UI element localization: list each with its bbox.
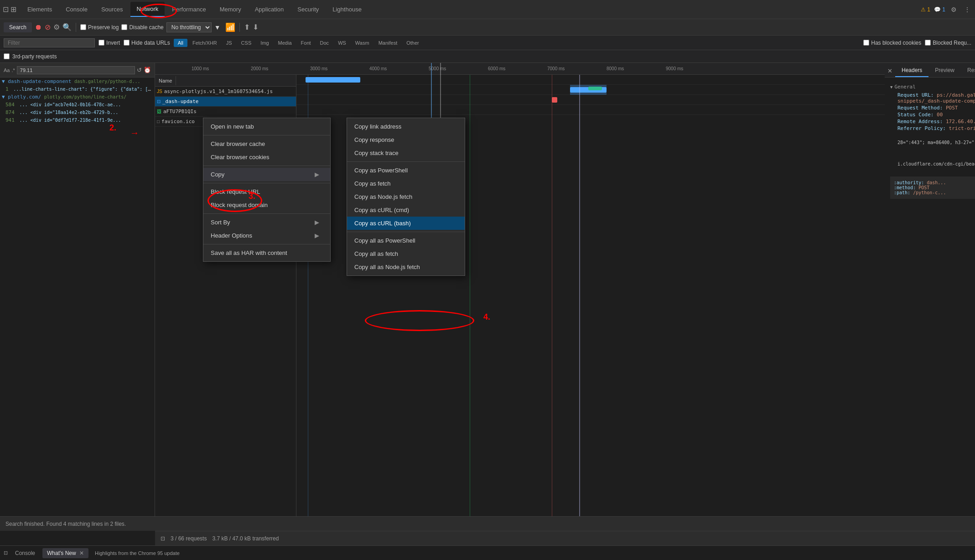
ctx-block-url[interactable]: Block request URL: [203, 185, 330, 198]
tree-item-plotly[interactable]: ▼ plotly.com/ plotly.com/python/line-cha…: [0, 93, 155, 101]
clock-search-icon[interactable]: ⏰: [144, 67, 151, 73]
tab-performance[interactable]: Performance: [166, 2, 212, 16]
ctx-copy-link-address[interactable]: Copy link address: [347, 120, 465, 133]
ctx-block-domain[interactable]: Block request domain: [203, 198, 330, 212]
settings-icon[interactable]: ⚙: [949, 4, 959, 15]
other-icon: □: [157, 119, 160, 124]
detail-alt-svc: 28=":443"; ma=86400, h3-27=":443"; ma=86…: [890, 139, 975, 146]
details-close-btn[interactable]: ✕: [885, 65, 895, 77]
more-icon[interactable]: ⋮: [962, 4, 972, 15]
tab-memory[interactable]: Memory: [213, 2, 248, 16]
request-headers-raw: :authority: dash... :method: POST :path:…: [890, 176, 975, 199]
type-btn-css[interactable]: CSS: [237, 39, 256, 47]
copy-divider-2: [347, 232, 465, 232]
search-icon[interactable]: 🔍: [62, 23, 72, 31]
clear-icon[interactable]: ⊘: [45, 23, 51, 31]
tree-item-line-874[interactable]: 874 ... <div id="18aa14e2-eb2b-4729-b...: [0, 109, 155, 116]
whats-new-close-icon[interactable]: ✕: [79, 550, 84, 556]
type-btn-doc[interactable]: Doc: [316, 39, 333, 47]
type-btn-ws[interactable]: WS: [334, 39, 350, 47]
upload-icon[interactable]: ⬆: [244, 23, 250, 31]
network-toolbar: Search ⏺ ⊘ ⚙ 🔍 Preserve log Disable cach…: [0, 19, 975, 36]
tab-preview[interactable]: Preview: [928, 64, 961, 77]
regex-btn[interactable]: .*: [11, 67, 15, 73]
ctx-copy-stack-trace[interactable]: Copy stack trace: [347, 146, 465, 160]
ctx-sort-arrow: ▶: [315, 219, 319, 226]
search-button[interactable]: Search: [4, 22, 32, 32]
ctx-header-options[interactable]: Header Options ▶: [203, 229, 330, 242]
ctx-copy-as-curl-cmd[interactable]: Copy as cURL (cmd): [347, 203, 465, 217]
ctx-copy-as-powershell[interactable]: Copy as PowerShell: [347, 164, 465, 177]
ctx-copy-all-powershell[interactable]: Copy all as PowerShell: [347, 234, 465, 247]
type-btn-manifest[interactable]: Manifest: [374, 39, 402, 47]
console-tab[interactable]: Console: [10, 548, 40, 558]
ctx-sort-by[interactable]: Sort By ▶: [203, 216, 330, 229]
tree-item-dash-update[interactable]: ▼ dash-update-component dash.gallery/pyt…: [0, 78, 155, 85]
tab-headers[interactable]: Headers: [895, 64, 928, 77]
devtools-icon[interactable]: ⊞: [10, 5, 16, 14]
req-item-dash-update[interactable]: ⊡ _dash-update: [155, 97, 296, 107]
stop-recording-icon[interactable]: ⏺: [35, 23, 42, 31]
ctx-copy-as-fetch[interactable]: Copy as fetch: [347, 177, 465, 190]
ctx-copy[interactable]: Copy ▶: [203, 168, 330, 181]
console-error-icon[interactable]: ⊡: [4, 550, 8, 556]
whats-new-tab[interactable]: What's New ✕: [42, 548, 88, 558]
type-btn-img[interactable]: Img: [256, 39, 273, 47]
tick-3000ms: 3000 ms: [310, 66, 327, 71]
invert-checkbox[interactable]: Invert: [99, 40, 120, 46]
type-btn-other[interactable]: Other: [402, 39, 423, 47]
preserve-log-checkbox[interactable]: Preserve log: [80, 24, 119, 31]
download-icon[interactable]: ⬇: [253, 23, 259, 31]
ctx-clear-cache[interactable]: Clear browser cache: [203, 137, 330, 150]
ctx-divider-2: [203, 166, 330, 166]
tab-sources[interactable]: Sources: [95, 2, 130, 16]
page-icon[interactable]: ⊡: [3, 5, 9, 14]
ctx-copy-response[interactable]: Copy response: [347, 133, 465, 146]
tab-lighthouse[interactable]: Lighthouse: [326, 2, 368, 16]
has-blocked-cookies-checkbox[interactable]: Has blocked cookies: [863, 40, 921, 46]
fetch-icon: ⊡: [157, 99, 161, 104]
tab-network[interactable]: Network: [130, 2, 165, 17]
hide-data-urls-checkbox[interactable]: Hide data URLs: [124, 40, 170, 46]
main-area: Aa .* ↺ ⏰ ▼ dash-update-component dash.g…: [0, 63, 975, 531]
ctx-save-har[interactable]: Save all as HAR with content: [203, 246, 330, 259]
ctx-copy-as-curl-bash[interactable]: Copy as cURL (bash): [347, 217, 465, 230]
throttle-down-icon[interactable]: ▼: [214, 24, 221, 31]
response-headers-section: 28=":443"; ma=86400, h3-27=":443"; ma=86…: [890, 139, 975, 167]
filter-input[interactable]: [4, 38, 95, 47]
type-btn-font[interactable]: Font: [297, 39, 315, 47]
aa-btn[interactable]: Aa: [4, 67, 10, 73]
type-btn-fetch-xhr[interactable]: Fetch/XHR: [188, 39, 221, 47]
tree-item-line-584[interactable]: 584 ... <div id="acb7e4b2-0b16-478c-ae..…: [0, 101, 155, 109]
ctx-copy-all-nodejs-fetch[interactable]: Copy all as Node.js fetch: [347, 260, 465, 274]
refresh-search-icon[interactable]: ↺: [137, 67, 142, 73]
third-party-checkbox[interactable]: [4, 53, 10, 59]
throttle-select[interactable]: No throttling: [166, 22, 212, 32]
search-text-input[interactable]: [17, 66, 135, 74]
tab-response[interactable]: Response: [961, 64, 975, 77]
type-btn-media[interactable]: Media: [274, 39, 296, 47]
ctx-clear-cookies[interactable]: Clear browser cookies: [203, 150, 330, 164]
tab-elements[interactable]: Elements: [21, 2, 58, 16]
copy-divider-1: [347, 161, 465, 162]
filter-icon[interactable]: ⚙: [53, 23, 60, 31]
ctx-open-new-tab[interactable]: Open in new tab: [203, 120, 330, 133]
type-btn-wasm[interactable]: Wasm: [351, 39, 373, 47]
tab-console[interactable]: Console: [59, 2, 94, 16]
req-item-plotlyjs[interactable]: JS async-plotlyjs.v1_14_1m1607534654.js: [155, 87, 296, 97]
copy-submenu[interactable]: Copy link address Copy response Copy sta…: [347, 118, 465, 276]
context-menu[interactable]: Open in new tab Clear browser cache Clea…: [203, 118, 331, 262]
ctx-copy-as-nodejs-fetch[interactable]: Copy as Node.js fetch: [347, 190, 465, 203]
tree-item-line-1[interactable]: 1 ...line-charts-line-chart": {"figure":…: [0, 85, 155, 93]
requests-icon[interactable]: ⊡: [161, 535, 165, 542]
disable-cache-checkbox[interactable]: Disable cache: [121, 24, 163, 31]
tree-item-line-941[interactable]: 941 ... <div id="0df7d1f7-218e-41f1-9e..…: [0, 116, 155, 124]
tab-application[interactable]: Application: [249, 2, 290, 16]
type-btn-js[interactable]: JS: [222, 39, 236, 47]
req-item-aftub[interactable]: 🖼 aFTU7PB1QIs: [155, 107, 296, 117]
tab-security[interactable]: Security: [291, 2, 325, 16]
type-btn-all[interactable]: All: [174, 39, 187, 47]
blocked-requ-checkbox[interactable]: Blocked Requ...: [925, 40, 971, 46]
ctx-copy-arrow: ▶: [315, 171, 319, 178]
ctx-copy-all-fetch[interactable]: Copy all as fetch: [347, 247, 465, 260]
